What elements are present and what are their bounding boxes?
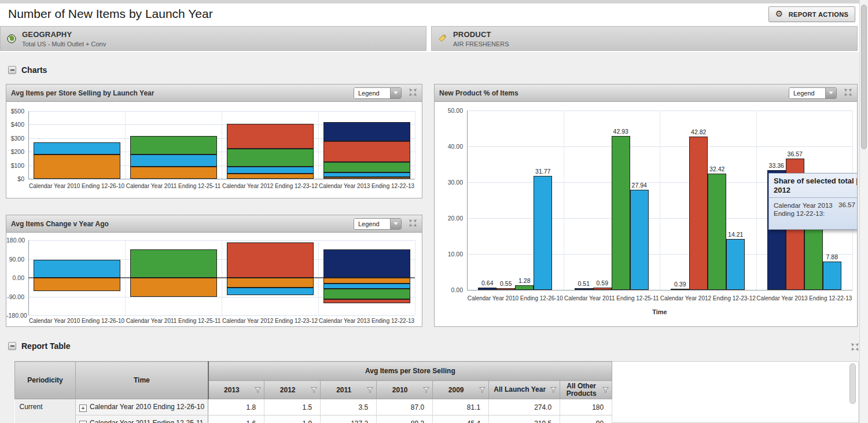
bar-segment[interactable] xyxy=(612,136,630,290)
bar-segment[interactable] xyxy=(227,242,314,278)
bar-segment[interactable] xyxy=(323,141,410,162)
filter-icon[interactable] xyxy=(550,387,557,393)
value-cell: 319.5 xyxy=(489,415,560,423)
value-cell: 87.0 xyxy=(377,399,433,415)
legend-dropdown[interactable]: Legend xyxy=(789,87,837,99)
gridline xyxy=(415,240,415,315)
value-cell: 1.8 xyxy=(208,399,264,415)
bar-segment[interactable] xyxy=(34,278,120,291)
bar-segment[interactable] xyxy=(726,239,745,290)
bar-segment[interactable] xyxy=(630,190,649,290)
chevron-down-icon[interactable] xyxy=(825,88,836,98)
bar-segment[interactable] xyxy=(323,177,410,179)
filter-icon[interactable] xyxy=(255,387,261,393)
filter-icon[interactable] xyxy=(479,387,486,393)
tooltip-row-value: 36.57 xyxy=(838,201,855,218)
bar-segment[interactable] xyxy=(515,285,534,290)
bar-segment[interactable] xyxy=(323,172,410,177)
bar-segment[interactable] xyxy=(227,174,314,179)
value-cell: 3.5 xyxy=(321,399,377,415)
time-cell: +Calendar Year 2011 Ending 12-25-11 xyxy=(76,415,208,423)
page-scrollbar-thumb[interactable] xyxy=(861,5,867,149)
column-header-time: Time xyxy=(76,362,208,399)
bar-segment[interactable] xyxy=(323,284,410,289)
chevron-down-icon[interactable] xyxy=(390,219,401,229)
filter-icon[interactable] xyxy=(423,387,429,393)
chevron-down-icon[interactable] xyxy=(390,88,401,98)
bar-segment[interactable] xyxy=(227,278,314,288)
bar-segment[interactable] xyxy=(34,260,120,278)
report-actions-button[interactable]: ⚙ REPORT ACTIONS xyxy=(768,6,855,22)
filter-icon[interactable] xyxy=(367,387,373,393)
tooltip-header-line1: Share of selected total | xyxy=(774,176,857,186)
value-cell: 90 xyxy=(560,415,612,423)
value-cell: 81.1 xyxy=(433,399,489,415)
x-axis-title: Time xyxy=(467,308,852,315)
bar-segment[interactable] xyxy=(575,288,593,290)
expand-row-icon[interactable]: + xyxy=(79,404,87,412)
panel-new-product-pct-header: New Product % of Items Legend xyxy=(435,84,857,102)
bar-segment[interactable] xyxy=(227,167,314,174)
product-bar[interactable]: PRODUCT AIR FRESHENERS xyxy=(431,26,858,51)
bar-value-label: 7.88 xyxy=(816,253,848,260)
table-scrollbar-thumb[interactable] xyxy=(849,363,856,404)
bar-segment[interactable] xyxy=(496,288,515,290)
y-tick-label: 40.00 xyxy=(435,143,463,150)
bar-segment[interactable] xyxy=(130,278,217,297)
bar-segment[interactable] xyxy=(323,289,410,299)
bar-segment[interactable] xyxy=(323,249,410,278)
report-table-section-title: Report Table xyxy=(21,341,71,351)
value-cell: 137.2 xyxy=(321,415,377,423)
bar-segment[interactable] xyxy=(323,278,410,284)
bar-segment[interactable] xyxy=(130,167,217,179)
bar-segment[interactable] xyxy=(227,149,314,167)
bar-segment[interactable] xyxy=(671,289,689,290)
report-actions-label: REPORT ACTIONS xyxy=(789,11,849,18)
bar-segment[interactable] xyxy=(34,155,120,179)
gear-icon: ⚙ xyxy=(775,10,784,19)
bar-segment[interactable] xyxy=(823,262,841,290)
bar-segment[interactable] xyxy=(478,288,496,290)
expand-icon[interactable] xyxy=(409,219,417,229)
bar-segment[interactable] xyxy=(130,155,217,167)
periodicity-cell: Current xyxy=(15,399,76,423)
bar-segment[interactable] xyxy=(323,122,410,141)
collapse-charts-icon[interactable] xyxy=(8,66,16,74)
column-header-label: 2011 xyxy=(336,386,351,394)
x-category-label: Calendar Year 2013 Ending 12-22-13 xyxy=(318,183,415,189)
bar-segment[interactable] xyxy=(689,137,708,290)
column-header-all-other-products: All Other Products xyxy=(560,381,612,399)
y-tick-label: $100 xyxy=(6,162,24,169)
y-tick-label: $500 xyxy=(6,108,24,115)
bar-segment[interactable] xyxy=(227,288,314,295)
filter-icon[interactable] xyxy=(311,387,317,393)
bar-segment[interactable] xyxy=(323,162,410,172)
bar-segment[interactable] xyxy=(130,136,217,155)
panel-new-product-pct: New Product % of Items Legend 0.0010.002… xyxy=(434,84,858,327)
bar-segment[interactable] xyxy=(534,176,552,290)
collapse-report-table-icon[interactable] xyxy=(8,342,16,350)
bar-segment[interactable] xyxy=(323,299,410,303)
expand-icon[interactable] xyxy=(409,88,417,98)
column-header-label: All Other Products xyxy=(567,382,597,398)
tooltip-row: Calendar Year 2013 Ending 12-22-13: 36.5… xyxy=(769,198,857,221)
filter-icon[interactable] xyxy=(602,387,609,393)
tag-icon xyxy=(438,34,447,45)
expand-row-icon[interactable]: + xyxy=(79,421,87,423)
bar-segment[interactable] xyxy=(130,249,217,278)
column-header-label: 2013 xyxy=(224,386,240,394)
legend-dropdown[interactable]: Legend xyxy=(354,218,402,230)
bar-segment[interactable] xyxy=(34,142,120,155)
geography-bar[interactable]: GEOGRAPHY Total US - Multi Outlet + Conv xyxy=(0,26,426,51)
tooltip-header-line2: 2012 xyxy=(774,186,857,195)
legend-dropdown[interactable]: Legend xyxy=(354,87,402,99)
expand-icon[interactable] xyxy=(844,88,852,98)
y-tick-label: -180.00 xyxy=(6,312,24,319)
panel-new-product-pct-title: New Product % of Items xyxy=(439,89,518,97)
report-table: Periodicity Time Avg Items per Store Sel… xyxy=(14,361,612,423)
product-value: AIR FRESHENERS xyxy=(453,41,509,47)
page-scrollbar[interactable] xyxy=(859,0,868,423)
bar-segment[interactable] xyxy=(593,288,612,290)
expand-icon[interactable] xyxy=(851,343,859,353)
bar-segment[interactable] xyxy=(227,124,314,149)
